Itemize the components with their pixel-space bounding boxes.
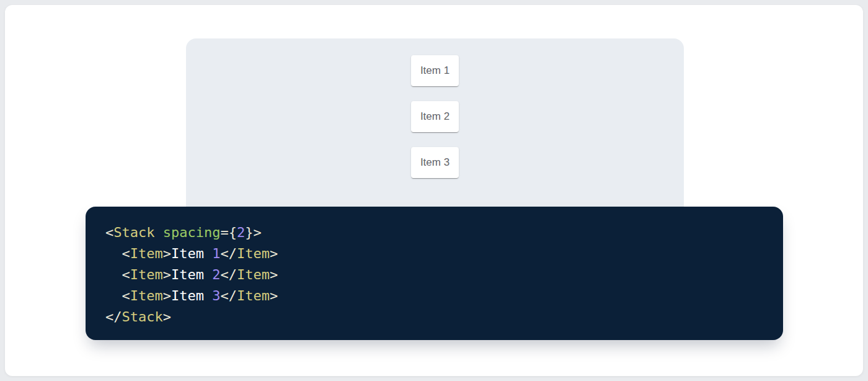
code-token-tag: Item <box>237 246 270 261</box>
code-token-num: 3 <box>212 288 220 303</box>
item-label: Item 2 <box>420 110 450 122</box>
code-token-tag: Stack <box>122 309 163 325</box>
code-token-punct: ={ <box>220 225 237 240</box>
code-snippet: <Stack spacing={2}> <Item>Item 1</Item> … <box>86 207 783 328</box>
code-token-plain: Item <box>171 288 212 303</box>
code-token-punct: </ <box>220 288 237 303</box>
code-block: <Stack spacing={2}> <Item>Item 1</Item> … <box>86 207 783 340</box>
code-token-punct: < <box>122 288 130 303</box>
code-line: <Item>Item 2</Item> <box>105 264 768 285</box>
code-line: <Item>Item 1</Item> <box>105 243 768 264</box>
code-token-tag: Item <box>130 267 163 282</box>
code-token-tag: Item <box>237 288 270 303</box>
code-token-punct: </ <box>220 246 237 261</box>
item-label: Item 1 <box>420 65 450 76</box>
code-token-punct: < <box>105 225 113 240</box>
code-token-num: 1 <box>212 246 220 261</box>
code-token-plain <box>105 267 122 282</box>
code-token-plain <box>105 288 122 303</box>
code-token-plain: Item <box>171 267 212 282</box>
code-token-punct: > <box>270 288 278 303</box>
code-token-punct: > <box>163 288 171 303</box>
code-token-punct: > <box>270 246 278 261</box>
code-token-tag: Item <box>237 267 270 282</box>
item-label: Item 3 <box>420 156 450 168</box>
code-token-punct: </ <box>220 267 237 282</box>
code-token-punct: </ <box>105 309 122 325</box>
item-card: Item 1 <box>411 55 459 86</box>
code-line: <Stack spacing={2}> <box>105 222 768 243</box>
code-token-num: 2 <box>212 267 220 282</box>
code-token-punct: < <box>122 246 130 261</box>
item-card: Item 3 <box>411 147 459 178</box>
code-token-punct: > <box>163 267 171 282</box>
code-token-plain <box>105 246 122 261</box>
code-line: <Item>Item 3</Item> <box>105 285 768 307</box>
code-token-punct: > <box>163 246 171 261</box>
item-card: Item 2 <box>411 101 459 132</box>
code-token-punct: }> <box>245 225 262 240</box>
screen: Item 1Item 2Item 3 <Stack spacing={2}> <… <box>0 0 868 381</box>
stack-items: Item 1Item 2Item 3 <box>186 38 684 178</box>
code-token-plain <box>154 225 162 240</box>
code-token-plain: Item <box>171 246 212 261</box>
code-token-punct: > <box>270 267 278 282</box>
code-token-attr: spacing <box>163 225 221 240</box>
code-token-punct: < <box>122 267 130 282</box>
code-token-punct: > <box>163 309 171 325</box>
content-card: Item 1Item 2Item 3 <Stack spacing={2}> <… <box>5 5 863 376</box>
code-token-tag: Item <box>130 288 163 303</box>
code-token-num: 2 <box>237 225 245 240</box>
code-token-tag: Item <box>130 246 163 261</box>
code-token-tag: Stack <box>113 225 154 240</box>
code-line: </Stack> <box>105 307 768 328</box>
